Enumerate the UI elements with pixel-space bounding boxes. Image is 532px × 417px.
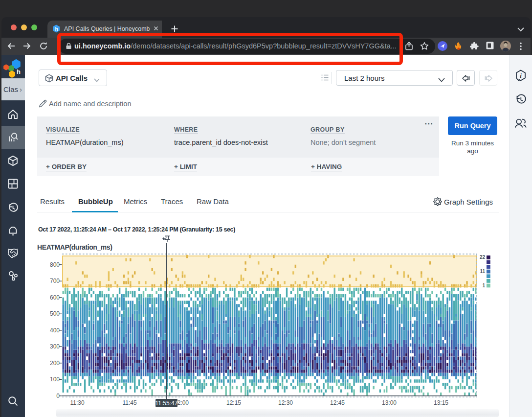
svg-text:200: 200 [50,360,60,367]
svg-text:400: 400 [50,327,60,334]
svg-text:500: 500 [50,310,60,317]
svg-text:1: 1 [482,283,485,288]
svg-text:i: i [520,72,522,79]
svg-text:0: 0 [56,393,60,399]
svg-text:800: 800 [50,261,60,268]
svg-text:12:45: 12:45 [330,399,345,406]
svg-text:h: h [17,68,21,75]
svg-text:22: 22 [480,255,486,260]
svg-text:100: 100 [50,376,60,383]
svg-text:11:55:47: 11:55:47 [155,400,178,407]
svg-text:h: h [55,26,58,32]
svg-text:700: 700 [50,278,60,284]
svg-text:13:15: 13:15 [434,399,448,406]
svg-text:12:15: 12:15 [226,399,241,406]
svg-text:600: 600 [50,294,60,301]
svg-text:13:00: 13:00 [382,399,397,406]
svg-text:11:45: 11:45 [122,399,136,406]
svg-text:300: 300 [50,343,60,350]
svg-text:11: 11 [480,269,485,274]
svg-text:12:30: 12:30 [278,399,293,406]
svg-text:11:30: 11:30 [70,399,84,406]
